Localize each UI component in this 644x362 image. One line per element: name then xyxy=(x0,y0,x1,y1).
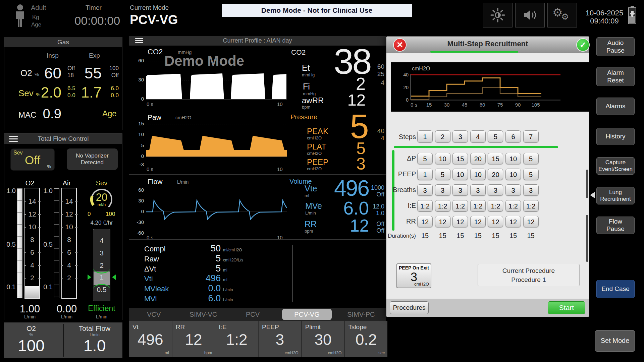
peep-on-exit-unit: cmH2O xyxy=(414,282,429,287)
peep-step-6-cell[interactable]: 10 xyxy=(505,169,521,180)
peep-step-4-cell[interactable]: 10 xyxy=(470,169,486,180)
audio-pause-button[interactable]: Audio Pause xyxy=(596,37,635,56)
param-rr[interactable]: RR12bpm xyxy=(172,321,215,357)
rr-step-1-cell[interactable]: 12 xyxy=(417,216,433,227)
step-1-button[interactable]: 1 xyxy=(417,130,433,142)
procedures-button[interactable]: Procedures xyxy=(390,301,429,314)
measurements-scrollbar[interactable] xyxy=(292,245,293,302)
measurement-label: Raw xyxy=(144,255,194,263)
rr-step-7-cell[interactable]: 12 xyxy=(523,216,539,227)
sev-setting-button[interactable]: Sev Off % xyxy=(10,148,55,171)
breaths-step-2-cell[interactable]: 3 xyxy=(435,184,450,196)
rr-step-4-cell[interactable]: 12 xyxy=(470,216,486,227)
end-case-button[interactable]: End Case xyxy=(596,280,635,298)
param-vt[interactable]: Vt496ml xyxy=(129,321,172,357)
patient-icon[interactable] xyxy=(13,4,28,27)
param-label: PEEP xyxy=(262,323,279,331)
p-step-2-cell[interactable]: 10 xyxy=(435,153,450,164)
peep-step-2-cell[interactable]: 5 xyxy=(435,169,450,180)
history-button[interactable]: History xyxy=(596,128,635,145)
ie-step-6-cell[interactable]: 1:2 xyxy=(505,200,521,212)
p-step-7-cell[interactable]: 5 xyxy=(523,153,539,164)
ie-step-4-cell[interactable]: 1:2 xyxy=(470,200,486,212)
param-plimit[interactable]: Plimit30cmH2O xyxy=(301,321,344,357)
capture-event-screen-button[interactable]: Capture Event/Screen xyxy=(596,157,635,175)
brightness-button[interactable] xyxy=(483,3,513,27)
measurement-value: 6.0 xyxy=(194,293,221,304)
step-2-button[interactable]: 2 xyxy=(435,130,450,142)
ie-step-3-cell[interactable]: 1:2 xyxy=(452,200,468,212)
rr-step-5-cell[interactable]: 12 xyxy=(488,216,503,227)
ie-step-5-cell[interactable]: 1:2 xyxy=(488,200,503,212)
step-7-button[interactable]: 7 xyxy=(523,130,539,142)
measurement-label: MVleak xyxy=(144,285,194,293)
ie-step-1-cell[interactable]: 1:2 xyxy=(417,200,433,212)
meter-tick: 0.1 xyxy=(41,283,53,291)
peep-on-exit-button[interactable]: PEEP On Exit 3 cmH2O xyxy=(396,263,431,288)
breaths-step-4-cell[interactable]: 3 xyxy=(470,184,486,196)
param-peep[interactable]: PEEP3cmH2O xyxy=(258,321,301,357)
param-value: 0.2 xyxy=(345,330,387,349)
p-step-3-cell[interactable]: 15 xyxy=(452,153,468,164)
rr-step-3-cell[interactable]: 12 xyxy=(452,216,468,227)
param-ie[interactable]: I:E1:2 xyxy=(215,321,258,357)
gas-o2-label: O2 % xyxy=(20,68,39,78)
flow-pause-button[interactable]: Flow Pause xyxy=(596,217,635,234)
breaths-step-1-cell[interactable]: 3 xyxy=(417,184,433,196)
alarm-reset-button[interactable]: Alarm Reset xyxy=(596,67,635,86)
tab-vcv[interactable]: VCV xyxy=(129,308,178,321)
breaths-step-7-cell[interactable]: 3 xyxy=(523,184,539,196)
peep-step-1-cell[interactable]: 1 xyxy=(417,169,433,180)
step-3-button[interactable]: 3 xyxy=(452,130,468,142)
start-button[interactable]: Start xyxy=(548,301,585,314)
timer-value[interactable]: 00:00:00 xyxy=(74,14,120,27)
vaporizer-status[interactable]: No Vaporizer Detected xyxy=(67,148,118,170)
p-step-4-cell[interactable]: 20 xyxy=(470,153,486,164)
etco2-limit-low: 25 xyxy=(372,70,384,78)
mode-tab-bar: VCVSIMV-VCPCVPCV-VGSIMV-PC xyxy=(129,308,386,321)
peep-step-7-cell[interactable]: 5 xyxy=(523,169,539,180)
dialog-scrollbar[interactable] xyxy=(586,170,588,198)
svg-text:20: 20 xyxy=(403,85,409,90)
rr-step-2-cell[interactable]: 12 xyxy=(435,216,450,227)
tab-simv-vc[interactable]: SIMV-VC xyxy=(178,308,228,321)
breaths-step-5-cell[interactable]: 3 xyxy=(488,184,503,196)
step-6-button[interactable]: 6 xyxy=(505,130,521,142)
confirm-icon[interactable]: ✓ xyxy=(576,38,590,52)
peep-step-3-cell[interactable]: 10 xyxy=(452,169,468,180)
step-5-button[interactable]: 5 xyxy=(488,130,503,142)
col-exp: Exp xyxy=(89,52,100,59)
set-mode-button[interactable]: Set Mode xyxy=(595,330,635,352)
meter-tick: 10 xyxy=(24,223,40,231)
tfc-menu-icon[interactable] xyxy=(9,136,18,142)
ie-step-7-cell[interactable]: 1:2 xyxy=(523,200,539,212)
meter-tick: 8 xyxy=(24,236,40,244)
p-step-1-cell[interactable]: 5 xyxy=(417,153,433,164)
dialog-scrollbar[interactable] xyxy=(586,215,588,262)
breaths-step-3-cell[interactable]: 3 xyxy=(452,184,468,196)
alarms-button[interactable]: Alarms xyxy=(596,98,635,115)
rr-label: RR xyxy=(305,219,317,229)
param-tslope[interactable]: Tslope0.2sec xyxy=(344,321,387,357)
total-flow-value[interactable]: 1.0 xyxy=(73,337,116,355)
patient-type[interactable]: Adult xyxy=(31,4,46,12)
peep-step-5-cell[interactable]: 20 xyxy=(488,169,503,180)
sev-tube-tick: 4 xyxy=(93,237,110,245)
settings-button[interactable]: ⚙ ⚙ xyxy=(547,3,577,27)
p-step-5-cell[interactable]: 15 xyxy=(488,153,503,164)
o2-percent-value[interactable]: 100 xyxy=(11,337,52,355)
lung-recruitment-button[interactable]: Lung Recruitment xyxy=(596,187,635,204)
meter-tick: 2 xyxy=(61,274,77,282)
tab-pcv-vg[interactable]: PCV-VG xyxy=(282,309,331,320)
rr-step-6-cell[interactable]: 12 xyxy=(505,216,521,227)
param-label: RR xyxy=(176,323,185,331)
sev-flow-unit: L/min xyxy=(83,314,120,319)
tab-pcv[interactable]: PCV xyxy=(228,308,277,321)
breaths-step-6-cell[interactable]: 3 xyxy=(505,184,521,196)
tab-simv-pc[interactable]: SIMV-PC xyxy=(336,308,386,321)
param-value: 1:2 xyxy=(215,330,258,349)
step-4-button[interactable]: 4 xyxy=(470,130,486,142)
volume-button[interactable] xyxy=(515,3,545,27)
ie-step-2-cell[interactable]: 1:2 xyxy=(435,200,450,212)
p-step-6-cell[interactable]: 10 xyxy=(505,153,521,164)
